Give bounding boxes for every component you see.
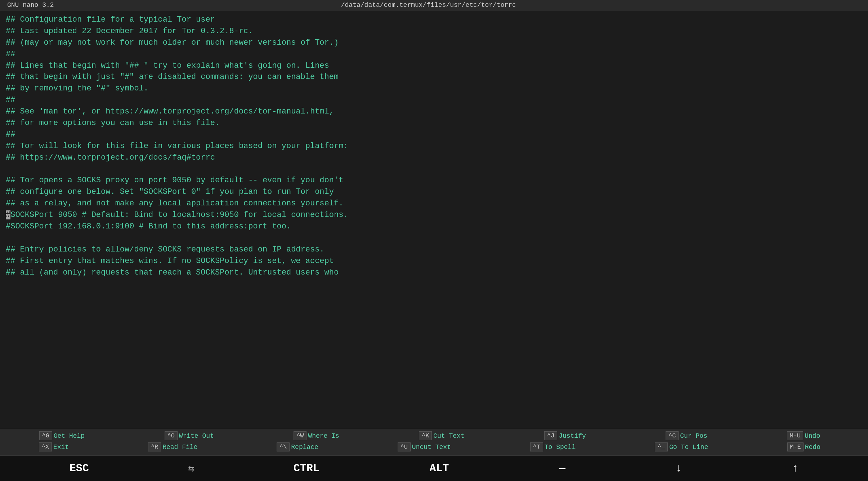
tab-icon[interactable]: ⇆ bbox=[188, 462, 194, 475]
shortcut-label: Uncut Text bbox=[412, 444, 451, 451]
titlebar-filename: /data/data/com.termux/files/usr/etc/tor/… bbox=[341, 1, 516, 9]
shortcut-bar: ^GGet Help^OWrite Out^WWhere Is^KCut Tex… bbox=[0, 429, 868, 455]
shortcut-label: Read File bbox=[162, 444, 197, 451]
shortcut-key: ^C bbox=[666, 431, 679, 440]
shortcut-group: M-UUndo bbox=[787, 431, 820, 440]
shortcut-key: ^\ bbox=[277, 442, 290, 451]
shortcut-group: ^UUncut Text bbox=[398, 442, 451, 451]
shortcut-key: ^J bbox=[544, 431, 557, 440]
shortcut-key: ^U bbox=[398, 442, 411, 451]
shortcut-key: ^R bbox=[148, 442, 161, 451]
shortcut-label: To Spell bbox=[545, 444, 576, 451]
shortcut-label: Go To Line bbox=[669, 444, 708, 451]
shortcut-key: ^K bbox=[419, 431, 432, 440]
shortcut-label: Get Help bbox=[54, 432, 85, 440]
keyboard-key-[interactable]: — bbox=[548, 459, 576, 477]
shortcut-label: Justify bbox=[559, 432, 586, 440]
shortcut-group: ^OWrite Out bbox=[165, 431, 214, 440]
shortcut-group: ^GGet Help bbox=[39, 431, 85, 440]
shortcut-group: ^KCut Text bbox=[419, 431, 464, 440]
keyboard-key-alt[interactable]: ALT bbox=[419, 459, 460, 477]
shortcut-label: Cur Pos bbox=[680, 432, 707, 440]
shortcut-group: ^RRead File bbox=[148, 442, 197, 451]
shortcut-key: ^W bbox=[294, 431, 307, 440]
titlebar-appname: GNU nano 3.2 bbox=[7, 1, 54, 9]
keyboard-bar: ESC⇆CTRLALT—↓↑ bbox=[0, 455, 868, 481]
shortcut-group: ^TTo Spell bbox=[530, 442, 576, 451]
shortcut-label: Cut Text bbox=[433, 432, 464, 440]
shortcut-group: M-ERedo bbox=[787, 442, 820, 451]
shortcut-key: ^G bbox=[39, 431, 52, 440]
shortcut-group: ^XExit bbox=[39, 442, 69, 451]
shortcut-key: ^_ bbox=[655, 442, 668, 451]
shortcut-key: ^T bbox=[530, 442, 543, 451]
shortcut-label: Where Is bbox=[308, 432, 339, 440]
shortcut-label: Write Out bbox=[179, 432, 214, 440]
shortcut-key: ^X bbox=[39, 442, 52, 451]
titlebar: GNU nano 3.2 /data/data/com.termux/files… bbox=[0, 0, 868, 10]
keyboard-key-ctrl[interactable]: CTRL bbox=[283, 459, 330, 477]
shortcut-label: Undo bbox=[805, 432, 820, 440]
shortcut-group: ^WWhere Is bbox=[294, 431, 339, 440]
shortcut-key: ^O bbox=[165, 431, 178, 440]
shortcut-key: M-U bbox=[787, 431, 803, 440]
keyboard-key-[interactable]: ↓ bbox=[665, 459, 693, 477]
shortcut-group: ^CCur Pos bbox=[666, 431, 707, 440]
shortcut-group: ^_Go To Line bbox=[655, 442, 708, 451]
shortcut-label: Exit bbox=[53, 444, 69, 451]
keyboard-key-[interactable]: ↑ bbox=[781, 459, 809, 477]
shortcut-label: Redo bbox=[805, 444, 820, 451]
editor-area[interactable]: ## Configuration file for a typical Tor … bbox=[0, 10, 868, 429]
shortcut-label: Replace bbox=[291, 444, 318, 451]
shortcut-group: ^JJustify bbox=[544, 431, 586, 440]
keyboard-key-esc[interactable]: ESC bbox=[59, 459, 100, 477]
shortcut-key: M-E bbox=[787, 442, 804, 451]
shortcut-group: ^\Replace bbox=[277, 442, 318, 451]
